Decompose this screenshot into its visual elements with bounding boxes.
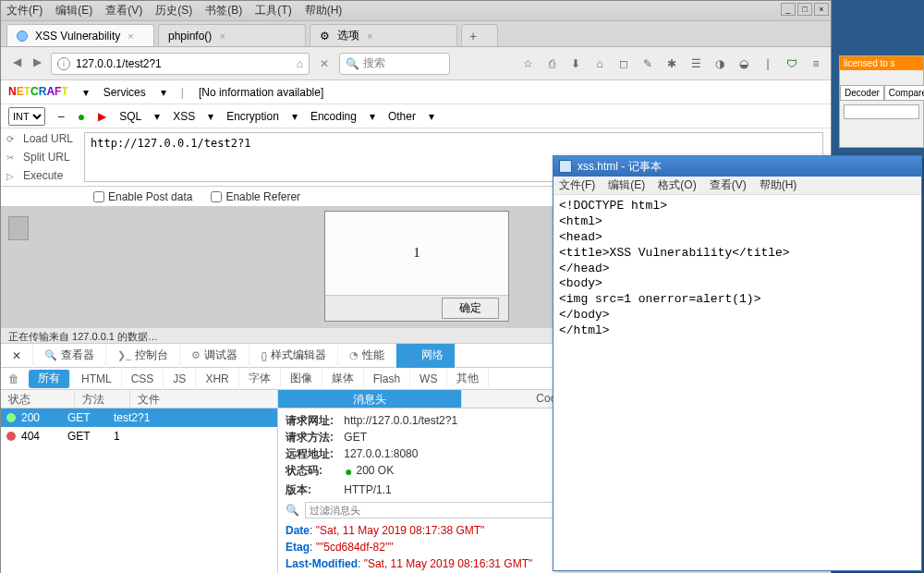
tab-strip: XSS Vulnerability × phpinfo() × ⚙ 选项 × + — [1, 21, 831, 47]
clear-icon[interactable]: ✕ — [315, 57, 334, 70]
np-menu-format[interactable]: 格式(O) — [658, 177, 696, 193]
hb-post-check[interactable]: Enable Post data — [93, 190, 192, 203]
hb-minus-icon[interactable]: – — [58, 110, 65, 123]
status-label: 状态码: — [286, 462, 341, 482]
burp-window: licensed to s Decoder Compare — [839, 55, 924, 148]
url-input[interactable] — [76, 57, 291, 70]
addon-icon[interactable]: ✱ — [664, 57, 679, 70]
col-method[interactable]: 方法 — [75, 390, 130, 408]
hb-encode[interactable]: Encoding — [310, 110, 357, 123]
filter-ws[interactable]: WS — [410, 368, 447, 390]
notepad-menubar: 文件(F) 编辑(E) 格式(O) 查看(V) 帮助(H) — [553, 177, 921, 195]
devtools-close[interactable]: ✕ — [1, 344, 33, 368]
remote-addr: 127.0.0.1:8080 — [344, 445, 418, 462]
tab-phpinfo[interactable]: phpinfo() × — [158, 24, 306, 46]
hb-record-icon[interactable]: ● — [78, 109, 85, 124]
clear-icon[interactable]: 🗑 — [1, 372, 27, 385]
menu-tools[interactable]: 工具(T) — [255, 3, 291, 18]
hb-xss[interactable]: XSS — [173, 110, 195, 123]
search-box[interactable]: 🔍 搜索 — [339, 53, 450, 75]
hb-execute[interactable]: ▷Execute — [1, 169, 84, 182]
filter-font[interactable]: 字体 — [239, 368, 281, 390]
url-bar[interactable]: i ⌂ — [51, 53, 310, 75]
filter-media[interactable]: 媒体 — [322, 368, 364, 390]
new-tab-button[interactable]: + — [461, 24, 498, 46]
tab-close-icon[interactable]: × — [128, 30, 133, 42]
dt-tab-console[interactable]: ❯_控制台 — [106, 344, 180, 368]
filter-img[interactable]: 图像 — [281, 368, 322, 390]
filter-xhr[interactable]: XHR — [196, 368, 238, 390]
edit-icon[interactable]: ✎ — [640, 57, 655, 70]
np-menu-help[interactable]: 帮助(H) — [760, 177, 797, 193]
hb-go-icon[interactable]: ▶ — [98, 110, 106, 123]
notepad-titlebar[interactable]: xss.html - 记事本 — [553, 156, 921, 177]
forward-button[interactable]: ▶ — [29, 55, 45, 72]
request-row[interactable]: 404 GET 1 — [1, 427, 277, 445]
filter-css[interactable]: CSS — [122, 368, 164, 390]
minimize-button[interactable]: _ — [781, 3, 796, 16]
notepad-content[interactable]: <!DOCTYPE html> <html> <head> <title>XSS… — [553, 195, 921, 343]
netcraft-services[interactable]: Services — [103, 86, 146, 99]
document-icon — [8, 216, 29, 240]
np-menu-view[interactable]: 查看(V) — [710, 177, 747, 193]
hb-enc[interactable]: Encryption — [226, 110, 279, 123]
back-button[interactable]: ◀ — [8, 55, 25, 72]
toolbar-icons: ☆ ⎙ ⬇ ⌂ ◻ ✎ ✱ ☰ ◑ ◒ ❘ 🛡 ≡ — [520, 57, 823, 70]
hamburger-icon[interactable]: ≡ — [808, 57, 823, 70]
dot2-icon[interactable]: ◒ — [736, 57, 751, 70]
dt-tab-debugger[interactable]: ⚙调试器 — [180, 344, 249, 368]
status-dot-icon — [6, 432, 16, 441]
filter-other[interactable]: 其他 — [447, 368, 489, 390]
tab-options[interactable]: ⚙ 选项 × — [310, 24, 457, 46]
np-menu-edit[interactable]: 编辑(E) — [608, 177, 645, 193]
tab-close-icon[interactable]: × — [367, 30, 372, 42]
hb-sql[interactable]: SQL — [119, 110, 141, 123]
dt-tab-perf[interactable]: ◔性能 — [338, 344, 396, 368]
star-icon[interactable]: ☆ — [520, 57, 535, 70]
col-file[interactable]: 文件 — [130, 390, 278, 408]
shield-icon[interactable]: 🛡 — [784, 57, 799, 70]
dt-tab-inspector[interactable]: 🔍查看器 — [33, 344, 106, 368]
hb-split[interactable]: ✂Split URL — [1, 151, 84, 164]
dot1-icon[interactable]: ◑ — [712, 57, 727, 70]
version-label: 版本: — [286, 482, 341, 498]
hb-ref-check[interactable]: Enable Referer — [211, 190, 300, 203]
menu-view[interactable]: 查看(V) — [105, 3, 142, 18]
alert-ok-button[interactable]: 确定 — [442, 298, 499, 319]
tab-close-icon[interactable]: × — [219, 30, 225, 42]
site-info-icon[interactable]: i — [57, 57, 70, 70]
burp-tab-decoder[interactable]: Decoder — [840, 85, 884, 101]
close-button[interactable]: × — [814, 3, 829, 16]
detail-tab-headers[interactable]: 消息头 — [278, 390, 462, 408]
notepad-icon — [559, 160, 572, 173]
filter-html[interactable]: HTML — [72, 368, 122, 390]
maximize-button[interactable]: □ — [797, 3, 812, 16]
tab-xss[interactable]: XSS Vulnerability × — [6, 24, 154, 46]
home-icon[interactable]: ⌂ — [297, 57, 303, 70]
menu-history[interactable]: 历史(S) — [155, 3, 192, 18]
menu-help[interactable]: 帮助(H) — [305, 3, 343, 18]
dt-tab-style[interactable]: {}样式编辑器 — [249, 344, 338, 368]
filter-flash[interactable]: Flash — [364, 368, 410, 390]
hackbar-select[interactable]: INT — [8, 107, 45, 126]
filter-js[interactable]: JS — [164, 368, 196, 390]
request-row[interactable]: 200 GET test2?1 — [1, 408, 277, 427]
burp-tab-comparer[interactable]: Compare — [884, 85, 924, 101]
col-status[interactable]: 状态 — [1, 390, 75, 408]
menu-icon[interactable]: ☰ — [688, 57, 703, 70]
filter-all[interactable]: 所有 — [29, 370, 70, 388]
np-menu-file[interactable]: 文件(F) — [559, 177, 595, 193]
hb-load[interactable]: ⟳Load URL — [1, 132, 84, 145]
dt-tab-network[interactable]: ↑↓网络 — [396, 344, 456, 368]
burp-field[interactable] — [844, 104, 919, 119]
clipboard-icon[interactable]: ⎙ — [544, 57, 559, 70]
menu-bookmarks[interactable]: 书签(B) — [205, 3, 242, 18]
menu-file[interactable]: 文件(F) — [6, 3, 43, 18]
hb-other[interactable]: Other — [388, 110, 416, 123]
alert-dialog: 1 确定 — [324, 211, 509, 322]
menu-edit[interactable]: 编辑(E) — [55, 3, 92, 18]
pocket-icon[interactable]: ◻ — [616, 57, 631, 70]
home2-icon[interactable]: ⌂ — [592, 57, 607, 70]
download-icon[interactable]: ⬇ — [568, 57, 583, 70]
nav-buttons: ◀ ▶ — [8, 55, 45, 72]
